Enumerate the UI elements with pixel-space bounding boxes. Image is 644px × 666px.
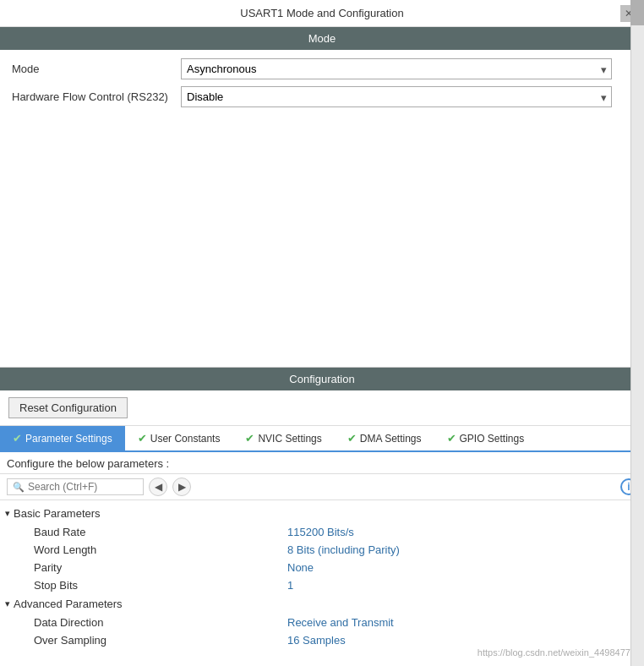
param-value-data-direction: Receive and Transmit	[287, 616, 394, 629]
flow-select[interactable]: Disable Enable	[181, 86, 612, 107]
parameters-area: ▾ Basic Parameters Baud Rate 115200 Bits…	[0, 500, 644, 652]
scrollbar-area[interactable]	[630, 0, 644, 666]
param-value-over-sampling: 16 Samples	[287, 634, 346, 647]
tab-label-user: User Constants	[150, 433, 221, 445]
param-row-data-direction: Data Direction Receive and Transmit	[0, 614, 644, 631]
advanced-parameters-group-header[interactable]: ▾ Advanced Parameters	[0, 594, 644, 614]
tab-parameter-settings[interactable]: ✔ Parameter Settings	[0, 426, 125, 450]
tab-check-nvic: ✔	[245, 432, 254, 445]
tab-nvic-settings[interactable]: ✔ NVIC Settings	[232, 426, 334, 450]
param-name-word-length: Word Length	[34, 543, 287, 556]
configure-text: Configure the below parameters :	[0, 452, 644, 474]
tab-dma-settings[interactable]: ✔ DMA Settings	[335, 426, 434, 450]
basic-params-label: Basic Parameters	[14, 507, 101, 520]
mode-select[interactable]: Asynchronous Synchronous Disabled	[181, 58, 612, 79]
tab-gpio-settings[interactable]: ✔ GPIO Settings	[434, 426, 538, 450]
nav-left-icon: ◀	[155, 481, 162, 493]
mode-label: Mode	[12, 63, 181, 75]
param-value-stop-bits: 1	[287, 579, 293, 592]
nav-left-button[interactable]: ◀	[149, 478, 167, 496]
tab-check-param: ✔	[13, 432, 22, 445]
param-name-baud-rate: Baud Rate	[34, 526, 287, 538]
watermark: https://blog.csdn.net/weixin_44984773	[478, 647, 636, 658]
param-name-parity: Parity	[34, 561, 287, 574]
title-bar: USART1 Mode and Configuration ✕	[0, 0, 644, 27]
scrollbar-thumb[interactable]	[630, 0, 644, 25]
tab-label-gpio: GPIO Settings	[460, 433, 525, 445]
tab-check-gpio: ✔	[447, 432, 456, 445]
param-name-data-direction: Data Direction	[34, 616, 287, 629]
mode-row-flow: Hardware Flow Control (RS232) Disable En…	[12, 86, 632, 107]
tab-label-dma: DMA Settings	[360, 433, 422, 445]
flow-label: Hardware Flow Control (RS232)	[12, 90, 181, 103]
nav-right-icon: ▶	[178, 481, 186, 493]
empty-area	[0, 123, 644, 368]
title-text: USART1 Mode and Configuration	[240, 7, 403, 19]
tab-label-nvic: NVIC Settings	[258, 433, 321, 445]
reset-bar: Reset Configuration	[0, 390, 644, 426]
tabs-bar: ✔ Parameter Settings ✔ User Constants ✔ …	[0, 426, 644, 452]
search-bar: 🔍 ◀ ▶ i	[0, 474, 644, 500]
param-value-baud-rate: 115200 Bits/s	[287, 526, 354, 538]
param-row-word-length: Word Length 8 Bits (including Parity)	[0, 541, 644, 559]
param-value-parity: None	[287, 561, 314, 574]
param-name-over-sampling: Over Sampling	[34, 634, 287, 647]
param-row-parity: Parity None	[0, 559, 644, 576]
mode-section-header: Mode	[0, 27, 644, 50]
param-row-over-sampling: Over Sampling 16 Samples	[0, 631, 644, 649]
param-name-stop-bits: Stop Bits	[34, 579, 287, 592]
basic-params-chevron: ▾	[5, 508, 10, 519]
param-row-baud-rate: Baud Rate 115200 Bits/s	[0, 523, 644, 541]
search-icon: 🔍	[13, 482, 25, 493]
tab-check-user: ✔	[138, 432, 147, 445]
param-row-stop-bits: Stop Bits 1	[0, 576, 644, 594]
advanced-params-label: Advanced Parameters	[14, 598, 123, 610]
reset-configuration-button[interactable]: Reset Configuration	[8, 397, 128, 418]
tab-user-constants[interactable]: ✔ User Constants	[125, 426, 233, 450]
search-input[interactable]	[28, 481, 138, 493]
tab-label-param: Parameter Settings	[25, 433, 112, 445]
mode-row-mode: Mode Asynchronous Synchronous Disabled	[12, 58, 632, 79]
search-input-wrapper: 🔍	[7, 478, 144, 495]
nav-right-button[interactable]: ▶	[172, 478, 191, 496]
basic-parameters-group-header[interactable]: ▾ Basic Parameters	[0, 504, 644, 523]
config-section-header: Configuration	[0, 368, 644, 390]
flow-select-wrapper: Disable Enable	[181, 86, 612, 107]
mode-select-wrapper: Asynchronous Synchronous Disabled	[181, 58, 612, 79]
mode-section: Mode Asynchronous Synchronous Disabled H…	[0, 50, 644, 123]
advanced-params-chevron: ▾	[5, 598, 10, 609]
tab-check-dma: ✔	[347, 432, 357, 445]
param-value-word-length: 8 Bits (including Parity)	[287, 543, 400, 556]
